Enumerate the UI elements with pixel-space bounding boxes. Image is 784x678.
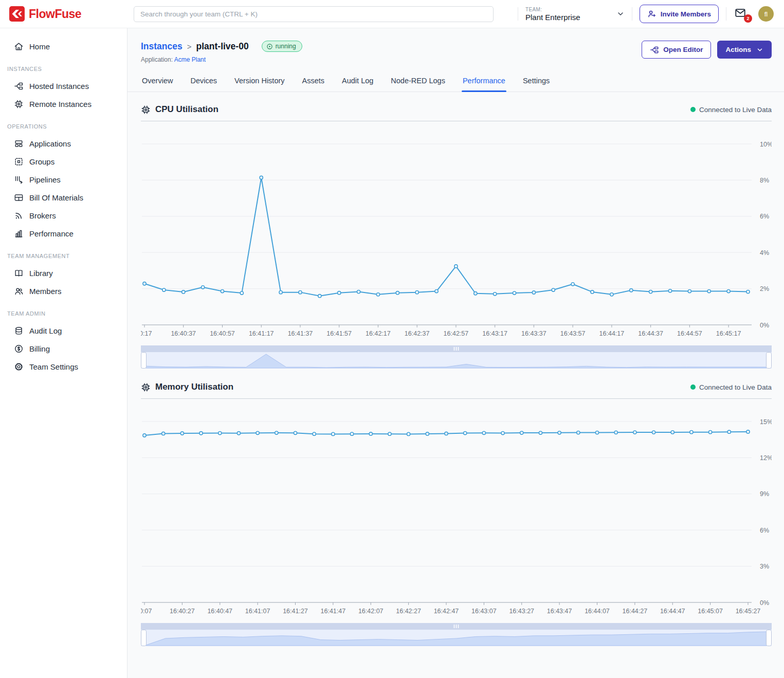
- cpu-chart-zoom-navigator[interactable]: [141, 345, 772, 370]
- svg-text:0:07: 0:07: [141, 608, 152, 615]
- notifications-button[interactable]: 2: [734, 7, 749, 21]
- live-data-indicator: Connected to Live Data: [690, 383, 772, 391]
- navigator-handle[interactable]: [767, 353, 772, 369]
- remote-instances-icon: [14, 99, 24, 109]
- sidebar-item-label: Library: [29, 269, 53, 278]
- sidebar-item-home[interactable]: Home: [0, 38, 127, 56]
- cpu-chart-title: CPU Utilisation: [155, 104, 218, 115]
- sidebar-item-label: Applications: [29, 139, 71, 148]
- sidebar-section-heading-team-admin: TEAM ADMIN: [0, 300, 127, 322]
- tab-assets[interactable]: Assets: [301, 74, 326, 91]
- memory-chip-icon: [141, 382, 151, 392]
- breadcrumb: Instances > plant-live-00 running: [141, 41, 302, 52]
- svg-text:16:43:17: 16:43:17: [482, 330, 507, 337]
- sidebar-item-team-settings[interactable]: Team Settings: [0, 358, 127, 376]
- breadcrumb-instances-link[interactable]: Instances: [141, 41, 183, 52]
- cpu-utilisation-section: CPU Utilisation Connected to Live Data 0…: [127, 104, 784, 370]
- svg-text:16:43:07: 16:43:07: [471, 608, 497, 615]
- home-icon: [14, 42, 24, 51]
- sidebar-item-bill-of-materials[interactable]: Bill Of Materials: [0, 189, 127, 207]
- svg-text:16:44:37: 16:44:37: [638, 330, 663, 337]
- tab-node-red-logs[interactable]: Node-RED Logs: [390, 74, 446, 91]
- tab-devices[interactable]: Devices: [189, 74, 218, 91]
- avatar[interactable]: fl: [758, 6, 774, 22]
- svg-text:16:45:27: 16:45:27: [736, 608, 761, 615]
- invite-members-button[interactable]: Invite Members: [640, 5, 719, 23]
- flowfuse-logo[interactable]: FlowFuse: [0, 6, 124, 22]
- svg-text:6%: 6%: [760, 213, 769, 220]
- billing-icon: [14, 344, 24, 354]
- running-status-icon: [266, 43, 273, 50]
- sidebar-item-brokers[interactable]: Brokers: [0, 207, 127, 225]
- svg-text:2%: 2%: [760, 285, 769, 292]
- divider: [518, 7, 518, 21]
- tab-overview[interactable]: Overview: [141, 74, 174, 91]
- status-badge: running: [262, 41, 302, 52]
- svg-text:15%: 15%: [760, 418, 772, 426]
- tab-bar: OverviewDevicesVersion HistoryAssetsAudi…: [127, 74, 784, 92]
- status-badge-label: running: [276, 43, 296, 50]
- navigator-handle[interactable]: [141, 353, 147, 369]
- actions-label: Actions: [725, 46, 751, 53]
- sidebar-item-pipelines[interactable]: Pipelines: [0, 171, 127, 189]
- svg-text:16:42:07: 16:42:07: [358, 608, 384, 615]
- svg-text:16:41:37: 16:41:37: [288, 330, 313, 337]
- sidebar-item-performance[interactable]: Performance: [0, 225, 127, 243]
- tab-version-history[interactable]: Version History: [233, 74, 286, 91]
- svg-text:16:42:17: 16:42:17: [366, 330, 391, 337]
- team-settings-icon: [14, 362, 24, 372]
- tab-settings[interactable]: Settings: [522, 74, 551, 91]
- svg-text:16:41:07: 16:41:07: [245, 608, 270, 615]
- application-link[interactable]: Acme Plant: [174, 56, 206, 63]
- sidebar: HomeINSTANCESHosted InstancesRemote Inst…: [0, 28, 127, 678]
- team-selector[interactable]: TEAM: Plant Enterprise: [525, 7, 625, 22]
- memory-chart-zoom-navigator[interactable]: [141, 623, 772, 647]
- live-data-label: Connected to Live Data: [699, 106, 772, 114]
- team-label: TEAM:: [525, 7, 580, 12]
- sidebar-item-remote-instances[interactable]: Remote Instances: [0, 95, 127, 113]
- svg-text:16:45:07: 16:45:07: [698, 608, 723, 615]
- breadcrumb-separator: >: [187, 42, 192, 51]
- svg-text:16:41:17: 16:41:17: [249, 330, 274, 337]
- groups-icon: [14, 157, 24, 167]
- svg-text:9%: 9%: [760, 490, 769, 498]
- svg-text:16:44:27: 16:44:27: [623, 608, 648, 615]
- sidebar-item-billing[interactable]: Billing: [0, 340, 127, 358]
- navigator-handle[interactable]: [141, 630, 147, 646]
- sidebar-section-heading-team-management: TEAM MANAGEMENT: [0, 243, 127, 264]
- tab-audit-log[interactable]: Audit Log: [341, 74, 374, 91]
- sidebar-section-heading-instances: INSTANCES: [0, 56, 127, 77]
- svg-text:16:45:17: 16:45:17: [716, 330, 741, 337]
- sidebar-section-heading-operations: OPERATIONS: [0, 113, 127, 135]
- sidebar-item-groups[interactable]: Groups: [0, 153, 127, 171]
- topbar: FlowFuse TEAM: Plant Enterprise Invite M…: [0, 0, 784, 28]
- actions-button[interactable]: Actions: [717, 41, 772, 59]
- svg-text:16:42:47: 16:42:47: [434, 608, 459, 615]
- svg-text:6%: 6%: [760, 527, 769, 534]
- search-input[interactable]: [134, 6, 494, 22]
- svg-text:16:40:27: 16:40:27: [170, 608, 195, 615]
- hosted-instances-icon: [14, 81, 24, 91]
- sidebar-item-audit-log[interactable]: Audit Log: [0, 322, 127, 340]
- tab-performance[interactable]: Performance: [462, 74, 506, 91]
- cpu-chip-icon: [141, 105, 151, 115]
- brokers-icon: [14, 211, 24, 221]
- sidebar-item-hosted-instances[interactable]: Hosted Instances: [0, 77, 127, 95]
- applications-icon: [14, 139, 24, 149]
- instance-name: plant-live-00: [196, 41, 249, 52]
- invite-members-label: Invite Members: [661, 10, 711, 18]
- sidebar-item-library[interactable]: Library: [0, 264, 127, 282]
- navigator-handle[interactable]: [767, 630, 772, 646]
- pipelines-icon: [14, 175, 24, 185]
- svg-text:0:17: 0:17: [141, 330, 152, 337]
- sidebar-item-applications[interactable]: Applications: [0, 135, 127, 153]
- svg-text:16:42:27: 16:42:27: [396, 608, 421, 615]
- svg-text:16:41:47: 16:41:47: [321, 608, 346, 615]
- svg-text:16:43:47: 16:43:47: [547, 608, 572, 615]
- svg-text:0%: 0%: [760, 322, 769, 329]
- sidebar-item-members[interactable]: Members: [0, 282, 127, 300]
- library-icon: [14, 268, 24, 278]
- person-plus-icon: [647, 9, 657, 19]
- svg-text:3%: 3%: [760, 563, 769, 570]
- open-editor-button[interactable]: Open Editor: [642, 41, 711, 59]
